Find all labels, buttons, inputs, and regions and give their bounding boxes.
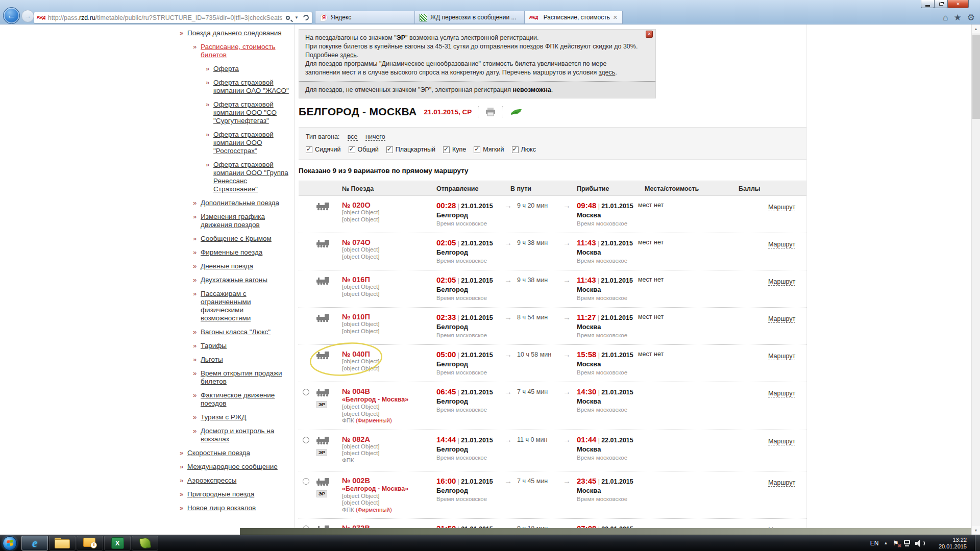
show-desktop-button[interactable] <box>975 535 980 551</box>
favorites-star-icon[interactable]: ★ <box>954 13 962 22</box>
podrobnee-link[interactable]: здесь <box>340 52 356 59</box>
tab-close-icon[interactable]: ✕ <box>613 14 618 21</box>
window-restore-button[interactable] <box>934 0 948 8</box>
sidebar-item[interactable]: Аэроэкспрессы <box>180 477 292 485</box>
start-button[interactable] <box>3 536 17 550</box>
sidebar-item[interactable]: Расписание, стоимость билетов <box>193 43 292 59</box>
action-center-flag-icon[interactable]: ⚑✕ <box>893 539 899 547</box>
sidebar-item[interactable]: Оферта страховой компании ООО "Росгосстр… <box>206 131 292 155</box>
sidebar-item[interactable]: Тарифы <box>193 342 292 350</box>
sidebar-item[interactable]: Пассажирам с ограниченными физическими в… <box>193 290 292 322</box>
train-name[interactable]: «Белгород - Москва» <box>342 485 436 493</box>
sidebar-item[interactable]: Оферта страховой компании ООО "СО "Сургу… <box>206 101 292 125</box>
sidebar-item[interactable]: Туризм с РЖД <box>193 413 292 421</box>
scrollbar-thumb[interactable] <box>972 35 980 119</box>
sidebar-item[interactable]: Дополнительные поезда <box>193 199 292 207</box>
sidebar-item[interactable]: Оферта страховой компании ООО "Группа Ре… <box>206 161 292 193</box>
route-link[interactable]: Маршрут <box>768 353 795 360</box>
search-icon[interactable] <box>286 16 290 20</box>
route-link[interactable]: Маршрут <box>768 390 795 397</box>
sidebar-item[interactable]: Фактическое движение поездов <box>193 391 292 408</box>
vagon-type-checkbox[interactable]: ✓ Купе <box>443 146 466 153</box>
clock[interactable]: 13:22 20.01.2015 <box>931 537 967 550</box>
train-number[interactable]: № 010П <box>342 313 436 321</box>
sidebar-item[interactable]: Вагоны класса "Люкс" <box>193 328 292 336</box>
vertical-scrollbar[interactable]: ▲ ▼ <box>971 24 980 535</box>
address-bar[interactable]: РЖД http://pass.rzd.ru/timetable/public/… <box>34 12 312 23</box>
taskbar-green-app-button[interactable] <box>132 536 158 550</box>
route-link[interactable]: Маршрут <box>768 241 795 248</box>
checkbox-icon[interactable]: ✓ <box>512 146 519 153</box>
train-number[interactable]: № 040П <box>342 350 436 358</box>
sidebar-item[interactable]: Льготы <box>193 356 292 364</box>
sidebar-item[interactable]: Дневные поезда <box>193 262 292 270</box>
checkbox-icon[interactable]: ✓ <box>349 146 355 153</box>
volume-icon[interactable] <box>915 540 926 547</box>
sidebar-item[interactable]: Сообщение с Крымом <box>193 235 292 243</box>
network-icon[interactable] <box>904 540 910 546</box>
departure-time: 05:00 <box>436 350 456 359</box>
sidebar-item[interactable]: Оферта <box>206 65 292 73</box>
checkbox-icon[interactable]: ✓ <box>474 146 480 153</box>
tab-zd-perevozki[interactable]: ЖД перевозки в сообщении ... <box>414 11 525 24</box>
scroll-up-button[interactable]: ▲ <box>972 24 980 33</box>
window-close-button[interactable]: ✕ <box>947 0 969 8</box>
train-number[interactable]: № 016П <box>342 276 436 284</box>
tab-raspisanie-active[interactable]: РЖД Расписание, стоимость би... ✕ <box>524 11 623 24</box>
print-icon[interactable] <box>485 108 496 116</box>
vagon-type-checkbox[interactable]: ✓ Люкс <box>512 146 536 153</box>
sidebar-item[interactable]: Досмотр и контроль на вокзалах <box>193 427 292 443</box>
select-none-link[interactable]: ничего <box>365 133 385 141</box>
sidebar-item[interactable]: Фирменные поезда <box>193 248 292 257</box>
train-radio[interactable] <box>303 389 309 395</box>
taskbar-explorer-button[interactable] <box>49 536 76 550</box>
train-number[interactable]: № 004В <box>342 387 436 395</box>
route-link[interactable]: Маршрут <box>768 438 795 445</box>
language-indicator[interactable]: EN <box>870 540 879 547</box>
sidebar-item[interactable]: Новое лицо вокзалов <box>180 504 292 512</box>
train-number[interactable]: № 074О <box>342 238 436 246</box>
train-number[interactable]: № 072В <box>342 524 436 528</box>
train-radio[interactable] <box>303 437 309 443</box>
back-button[interactable]: ← <box>3 7 20 24</box>
url-dropdown-icon[interactable]: ▼ <box>295 15 299 20</box>
route-link[interactable]: Маршрут <box>768 479 795 487</box>
route-link[interactable]: Маршрут <box>768 278 795 286</box>
tab-yandex[interactable]: Я Яндекс <box>315 11 415 24</box>
scroll-down-button[interactable]: ▼ <box>972 526 980 535</box>
vagon-type-checkbox[interactable]: ✓ Сидячий <box>306 146 341 153</box>
vagon-type-checkbox[interactable]: ✓ Общий <box>349 146 379 153</box>
sidebar-item[interactable]: Изменения графика движения поездов <box>193 213 292 229</box>
taskbar-ie-button[interactable]: e <box>21 536 48 550</box>
checkbox-icon[interactable]: ✓ <box>306 146 312 153</box>
train-number[interactable]: № 020О <box>342 201 436 209</box>
train-name[interactable]: «Белгород - Москва» <box>342 395 436 404</box>
checkbox-icon[interactable]: ✓ <box>443 146 450 153</box>
home-icon[interactable]: ⌂ <box>943 13 948 22</box>
sidebar-item[interactable]: Международное сообщение <box>180 463 292 471</box>
tray-expand-icon[interactable]: ▲ <box>884 541 888 545</box>
train-radio[interactable] <box>303 478 309 485</box>
sidebar-item[interactable]: Пригородные поезда <box>180 490 292 498</box>
vagon-type-checkbox[interactable]: ✓ Плацкартный <box>386 146 435 153</box>
sidebar-item[interactable]: Оферта страховой компании ОАО "ЖАСО" <box>206 79 292 95</box>
sidebar-item[interactable]: Двухэтажные вагоны <box>193 276 292 284</box>
settings-gear-icon[interactable]: ⚙ <box>967 13 975 22</box>
sidebar-item[interactable]: Скоростные поезда <box>180 449 292 457</box>
route-link[interactable]: Маршрут <box>768 315 795 323</box>
usloviya-link[interactable]: здесь <box>599 69 615 76</box>
train-number[interactable]: № 002В <box>342 477 436 485</box>
forward-button[interactable]: → <box>21 10 34 22</box>
banner-close-icon[interactable]: ✕ <box>646 31 653 38</box>
checkbox-icon[interactable]: ✓ <box>386 146 393 153</box>
vagon-type-checkbox[interactable]: ✓ Мягкий <box>474 146 504 153</box>
sidebar-item[interactable]: Время открытия продажи билетов <box>193 369 292 386</box>
sidebar-item[interactable]: Поезда дальнего следования <box>180 29 292 37</box>
refresh-icon[interactable] <box>302 14 310 21</box>
window-minimize-button[interactable] <box>921 0 935 8</box>
taskbar-excel-button[interactable]: X <box>104 536 131 550</box>
taskbar-outlook-button[interactable] <box>77 536 103 550</box>
select-all-link[interactable]: все <box>348 133 358 141</box>
route-link[interactable]: Маршрут <box>768 204 795 211</box>
train-number[interactable]: № 082А <box>342 435 436 443</box>
